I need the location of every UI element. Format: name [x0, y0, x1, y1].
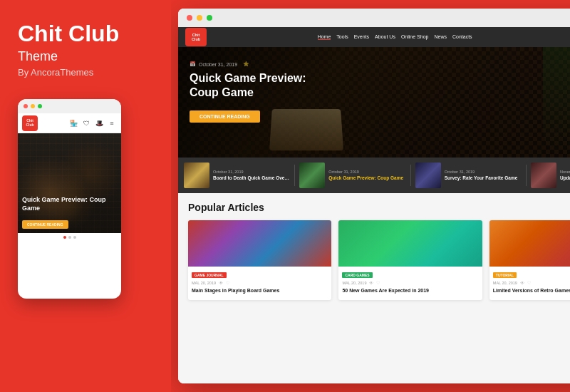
- hero-title: Quick Game Preview: Coup Game: [190, 71, 332, 100]
- article-card-3: TUTORIAL MAL 20, 2019 👁 ♡ Limited Versio…: [489, 220, 570, 300]
- recent-post-date-2: October 31, 2019: [328, 170, 403, 174]
- browser-dot-green: [207, 15, 212, 21]
- popular-articles-section: Popular Articles GAME JOURNAL MAL 20, 20…: [178, 193, 570, 383]
- mobile-logo-box: ChitClub: [22, 115, 38, 131]
- brand-title: Chit Club: [18, 21, 157, 46]
- mobile-logo-text: ChitClub: [26, 119, 33, 127]
- recent-posts-strip: October 31, 2019 Board to Death Quick Ga…: [178, 158, 570, 193]
- article-eye-icon-2: 👁: [369, 281, 373, 285]
- site-logo-box[interactable]: ChitClub: [185, 28, 207, 46]
- mobile-menu-icon[interactable]: ≡: [107, 118, 117, 128]
- recent-post-title-1[interactable]: Board to Death Quick Game Overview: [213, 175, 290, 181]
- site-nav-links: Home Tools Events About Us Online Shop N…: [212, 34, 570, 40]
- nav-link-shop[interactable]: Online Shop: [401, 34, 429, 40]
- article-eye-icon-1: 👁: [219, 281, 223, 285]
- article-date-1: MAL 20, 2019: [192, 281, 216, 285]
- recent-post-date-4: November 27, 2019: [560, 170, 570, 174]
- recent-post-thumb-3: [415, 163, 441, 188]
- recent-post-item-1: October 31, 2019 Board to Death Quick Ga…: [184, 163, 290, 188]
- article-badge-2: CARD GAMES: [342, 272, 372, 278]
- nav-link-news[interactable]: News: [434, 34, 447, 40]
- article-badge-1: GAME JOURNAL: [192, 272, 227, 278]
- recent-post-thumb-2: [299, 163, 325, 188]
- recent-divider-3: [526, 165, 527, 186]
- mobile-nav-dot-1[interactable]: [63, 236, 66, 239]
- mobile-hero-button[interactable]: CONTINUE READING: [22, 220, 68, 229]
- recent-post-title-4[interactable]: Update on the Uberth 2019 Preview: [560, 175, 570, 181]
- left-panel: Chit Club Theme By AncoraThemes ChitClub…: [0, 0, 171, 392]
- recent-post-thumb-4: [531, 163, 556, 188]
- mobile-nav-dot-3[interactable]: [73, 236, 76, 239]
- hero-date: 📅 October 31, 2019 ⭐: [190, 61, 570, 67]
- browser-window: ChitClub Home Tools Events About Us Onli…: [178, 9, 570, 383]
- article-meta-3: MAL 20, 2019 👁 ♡: [489, 280, 570, 287]
- article-image-1: [188, 220, 331, 267]
- article-eye-icon-3: 👁: [520, 281, 524, 285]
- site-logo-text: ChitClub: [192, 33, 200, 41]
- article-like-icon-1: ♡: [226, 280, 229, 285]
- mobile-nav-icons: 🏪 🛡 🎩 ≡: [68, 118, 117, 128]
- article-title-1[interactable]: Main Stages in Playing Board Games: [188, 287, 331, 300]
- article-badge-3: TUTORIAL: [493, 272, 517, 278]
- mobile-dot-yellow: [31, 104, 35, 108]
- recent-post-date-3: October 31, 2019: [445, 170, 518, 174]
- article-like-icon-2: ♡: [376, 280, 380, 285]
- site-hero: 📅 October 31, 2019 ⭐ Quick Game Preview:…: [178, 47, 570, 158]
- recent-post-date-1: October 31, 2019: [213, 170, 290, 174]
- recent-post-info-2: October 31, 2019 Quick Game Preview: Cou…: [328, 170, 403, 181]
- brand-subtitle: Theme: [18, 49, 157, 64]
- recent-post-title-2[interactable]: Quick Game Preview: Coup Game: [328, 175, 403, 181]
- mobile-dots-nav: [18, 233, 121, 242]
- article-card-1: GAME JOURNAL MAL 20, 2019 👁 ♡ Main Stage…: [188, 220, 331, 300]
- main-container: Chit Club Theme By AncoraThemes ChitClub…: [0, 0, 570, 392]
- article-like-icon-3: ♡: [527, 280, 531, 285]
- article-card-2: CARD GAMES MAL 20, 2019 👁 ♡ 50 New Games…: [338, 220, 482, 300]
- recent-post-title-3[interactable]: Survey: Rate Your Favorite Game: [445, 175, 518, 181]
- mobile-hero-title: Quick Game Preview: Coup Game: [22, 196, 117, 212]
- recent-post-info-3: October 31, 2019 Survey: Rate Your Favor…: [445, 170, 518, 181]
- nav-link-events[interactable]: Events: [354, 34, 369, 40]
- recent-post-info-1: October 31, 2019 Board to Death Quick Ga…: [213, 170, 290, 181]
- nav-link-contacts[interactable]: Contacts: [452, 34, 472, 40]
- recent-post-item-2: October 31, 2019 Quick Game Preview: Cou…: [299, 163, 405, 188]
- nav-link-about[interactable]: About Us: [375, 34, 395, 40]
- mobile-shield-icon[interactable]: 🛡: [81, 118, 91, 128]
- hero-content: 📅 October 31, 2019 ⭐ Quick Game Preview:…: [178, 47, 570, 131]
- mobile-nav-dot-2[interactable]: [68, 236, 71, 239]
- recent-post-thumb-1: [184, 163, 209, 188]
- mobile-store-icon[interactable]: 🏪: [68, 118, 78, 128]
- articles-grid: GAME JOURNAL MAL 20, 2019 👁 ♡ Main Stage…: [188, 220, 570, 300]
- mobile-mockup: ChitClub 🏪 🛡 🎩 ≡ Quick Game Preview: Cou…: [18, 99, 121, 299]
- nav-link-tools[interactable]: Tools: [336, 34, 348, 40]
- mobile-hat-icon[interactable]: 🎩: [94, 118, 104, 128]
- recent-divider-2: [410, 165, 411, 186]
- mobile-hero: Quick Game Preview: Coup Game CONTINUE R…: [18, 133, 121, 233]
- article-image-3: [489, 220, 570, 267]
- mobile-top-bar: [18, 99, 121, 113]
- site-nav: ChitClub Home Tools Events About Us Onli…: [178, 27, 570, 47]
- recent-post-item-3: October 31, 2019 Survey: Rate Your Favor…: [415, 163, 522, 188]
- article-title-3[interactable]: Limited Versions of Retro Games: [489, 287, 570, 300]
- mobile-nav: ChitClub 🏪 🛡 🎩 ≡: [18, 113, 121, 133]
- browser-dot-yellow: [197, 15, 202, 21]
- right-panel: ChitClub Home Tools Events About Us Onli…: [171, 0, 570, 392]
- mobile-dot-green: [38, 104, 42, 108]
- recent-divider-1: [294, 165, 295, 186]
- nav-link-home[interactable]: Home: [318, 34, 331, 40]
- browser-top-bar: [178, 9, 570, 27]
- article-date-2: MAL 20, 2019: [342, 281, 366, 285]
- browser-dot-red: [187, 15, 192, 21]
- article-title-2[interactable]: 50 New Games Are Expected in 2019: [338, 287, 482, 300]
- mobile-hero-text: Quick Game Preview: Coup Game CONTINUE R…: [22, 196, 117, 229]
- article-meta-1: MAL 20, 2019 👁 ♡: [188, 280, 331, 287]
- article-meta-2: MAL 20, 2019 👁 ♡: [338, 280, 482, 287]
- article-date-3: MAL 20, 2019: [493, 281, 517, 285]
- browser-content: ChitClub Home Tools Events About Us Onli…: [178, 27, 570, 383]
- article-image-2: [338, 220, 482, 267]
- hero-button[interactable]: CONTINUE READING: [190, 110, 260, 123]
- popular-articles-title: Popular Articles: [188, 202, 570, 213]
- mobile-dot-red: [24, 104, 28, 108]
- recent-post-item-4: November 27, 2019 Update on the Uberth 2…: [531, 163, 570, 188]
- brand-by: By AncoraThemes: [18, 67, 157, 78]
- recent-post-info-4: November 27, 2019 Update on the Uberth 2…: [560, 170, 570, 181]
